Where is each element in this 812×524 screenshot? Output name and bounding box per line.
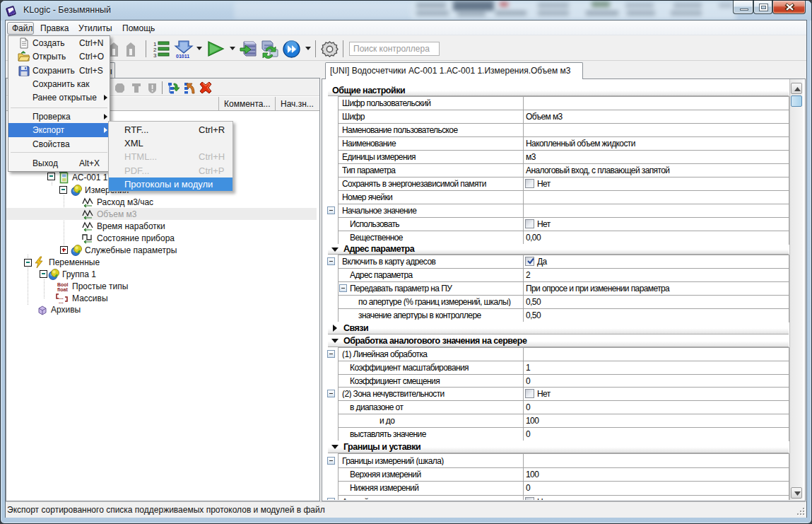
svg-text:Bool: Bool <box>57 282 69 287</box>
svg-text:float: float <box>57 287 68 292</box>
svg-text:...: ... <box>59 298 64 305</box>
svg-text:3: 3 <box>153 52 157 59</box>
svg-text:01011: 01011 <box>176 54 189 59</box>
